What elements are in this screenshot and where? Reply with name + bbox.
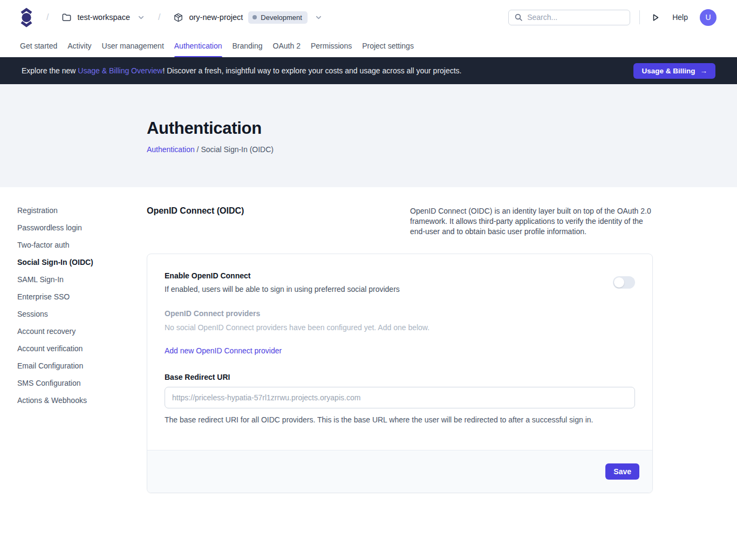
tab-activity[interactable]: Activity bbox=[67, 35, 91, 57]
content-area: Registration Passwordless login Two-fact… bbox=[0, 187, 737, 560]
breadcrumb-separator: / bbox=[158, 12, 160, 22]
tab-oauth2[interactable]: OAuth 2 bbox=[273, 35, 301, 57]
project-name: ory-new-project bbox=[189, 13, 243, 22]
badge-label: Development bbox=[261, 13, 302, 22]
page-title: Authentication bbox=[147, 119, 737, 138]
base-redirect-uri-help: The base redirect URI for all OIDC provi… bbox=[165, 415, 635, 424]
section-title: OpenID Connect (OIDC) bbox=[147, 206, 244, 216]
top-header: / test-workspace / ory-new-project bbox=[0, 0, 737, 35]
sidebar-item-social-sign-in[interactable]: Social Sign-In (OIDC) bbox=[17, 257, 133, 268]
breadcrumb-current: Social Sign-In (OIDC) bbox=[201, 145, 274, 154]
enable-oidc-text: Enable OpenID Connect If enabled, users … bbox=[165, 271, 400, 293]
workspace-selector[interactable]: test-workspace bbox=[62, 12, 145, 23]
tab-user-management[interactable]: User management bbox=[102, 35, 164, 57]
sidebar-item-passwordless-login[interactable]: Passwordless login bbox=[17, 222, 133, 233]
usage-billing-banner: Explore the new Usage & Billing Overview… bbox=[0, 57, 737, 84]
providers-empty-state: No social OpenID Connect providers have … bbox=[165, 323, 635, 332]
tab-authentication[interactable]: Authentication bbox=[174, 35, 222, 57]
tab-get-started[interactable]: Get started bbox=[20, 35, 57, 57]
header-divider bbox=[639, 10, 640, 24]
breadcrumb-separator: / bbox=[195, 145, 201, 154]
usage-billing-button[interactable]: Usage & Billing → bbox=[633, 63, 715, 79]
sidebar-item-account-verification[interactable]: Account verification bbox=[17, 343, 133, 354]
breadcrumb-separator: / bbox=[46, 12, 49, 22]
arrow-right-icon: → bbox=[700, 67, 708, 75]
tab-project-settings[interactable]: Project settings bbox=[362, 35, 414, 57]
enable-oidc-label: Enable OpenID Connect bbox=[165, 271, 400, 280]
search-input[interactable] bbox=[527, 13, 624, 22]
chevron-down-icon bbox=[137, 13, 145, 22]
section-header: OpenID Connect (OIDC) OpenID Connect (OI… bbox=[147, 206, 653, 237]
settings-sidebar: Registration Passwordless login Two-fact… bbox=[17, 205, 133, 412]
project-selector[interactable]: ory-new-project Development bbox=[173, 11, 323, 24]
enable-oidc-row: Enable OpenID Connect If enabled, users … bbox=[165, 271, 635, 293]
toggle-knob bbox=[614, 277, 624, 288]
base-redirect-uri-input[interactable] bbox=[165, 387, 635, 408]
providers-section-label: OpenID Connect providers bbox=[165, 309, 635, 318]
tab-permissions[interactable]: Permissions bbox=[311, 35, 352, 57]
usage-billing-overview-link[interactable]: Usage & Billing Overview bbox=[78, 66, 162, 75]
breadcrumb-authentication-link[interactable]: Authentication bbox=[147, 145, 195, 154]
sidebar-item-sms-configuration[interactable]: SMS Configuration bbox=[17, 378, 133, 388]
oidc-card-body: Enable OpenID Connect If enabled, users … bbox=[147, 254, 652, 450]
project-nav-tabs: Get started Activity User management Aut… bbox=[0, 35, 737, 57]
badge-dot-icon bbox=[253, 15, 257, 19]
sidebar-item-two-factor-auth[interactable]: Two-factor auth bbox=[17, 240, 133, 250]
play-icon[interactable] bbox=[651, 13, 660, 22]
sidebar-item-saml-sign-in[interactable]: SAML Sign-In bbox=[17, 274, 133, 285]
enable-oidc-description: If enabled, users will be able to sign i… bbox=[165, 285, 400, 293]
chevron-down-icon bbox=[315, 13, 323, 22]
enable-oidc-toggle[interactable] bbox=[613, 276, 635, 289]
main-panel: OpenID Connect (OIDC) OpenID Connect (OI… bbox=[147, 187, 653, 493]
ory-logo[interactable] bbox=[19, 8, 33, 28]
sidebar-item-email-configuration[interactable]: Email Configuration bbox=[17, 360, 133, 371]
save-button[interactable]: Save bbox=[605, 463, 639, 480]
page-hero: Authentication Authentication / Social S… bbox=[0, 84, 737, 187]
workspace-name: test-workspace bbox=[77, 13, 130, 22]
environment-badge: Development bbox=[248, 11, 308, 24]
banner-text-after: ! Discover a fresh, insightful way to ex… bbox=[162, 66, 461, 75]
section-description: OpenID Connect (OIDC) is an identity lay… bbox=[410, 206, 653, 237]
sidebar-item-enterprise-sso[interactable]: Enterprise SSO bbox=[17, 291, 133, 302]
banner-text-before: Explore the new bbox=[22, 66, 78, 75]
package-icon bbox=[173, 12, 183, 23]
search-box[interactable] bbox=[508, 10, 630, 25]
tab-branding[interactable]: Branding bbox=[233, 35, 263, 57]
banner-text: Explore the new Usage & Billing Overview… bbox=[22, 66, 462, 75]
folder-icon bbox=[62, 12, 72, 23]
breadcrumb: Authentication / Social Sign-In (OIDC) bbox=[147, 145, 737, 154]
base-redirect-uri-label: Base Redirect URI bbox=[165, 373, 635, 381]
sidebar-item-actions-webhooks[interactable]: Actions & Webhooks bbox=[17, 395, 133, 406]
help-link[interactable]: Help bbox=[672, 13, 688, 22]
oidc-settings-card: Enable OpenID Connect If enabled, users … bbox=[147, 254, 653, 493]
usage-billing-button-label: Usage & Billing bbox=[642, 67, 695, 75]
sidebar-item-registration[interactable]: Registration bbox=[17, 205, 133, 216]
add-oidc-provider-link[interactable]: Add new OpenID Connect provider bbox=[165, 346, 282, 355]
search-icon bbox=[514, 13, 523, 22]
user-avatar[interactable]: U bbox=[700, 9, 716, 26]
sidebar-item-account-recovery[interactable]: Account recovery bbox=[17, 326, 133, 337]
sidebar-item-sessions[interactable]: Sessions bbox=[17, 309, 133, 319]
oidc-card-footer: Save bbox=[147, 450, 652, 493]
